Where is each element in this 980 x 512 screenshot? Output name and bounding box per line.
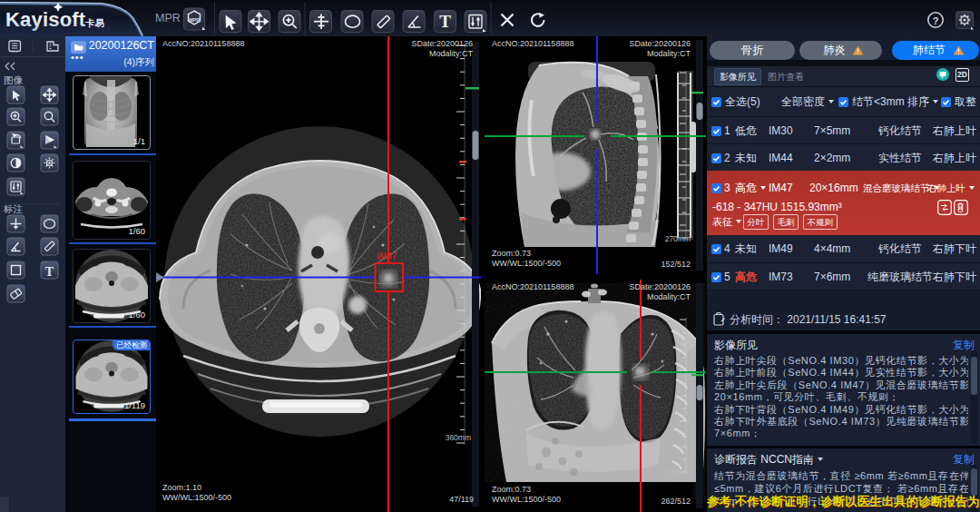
svg-text:Kayisoft: Kayisoft [5, 8, 86, 31]
svg-text:T: T [439, 12, 451, 31]
svg-text:IM47: IM47 [377, 251, 397, 261]
svg-text:图像: 图像 [4, 74, 24, 85]
svg-text:卡易: 卡易 [84, 17, 104, 28]
svg-text:?: ? [933, 15, 939, 26]
svg-text:T: T [45, 265, 54, 279]
svg-text:标注: 标注 [3, 203, 24, 214]
svg-text:MPR: MPR [189, 17, 200, 23]
